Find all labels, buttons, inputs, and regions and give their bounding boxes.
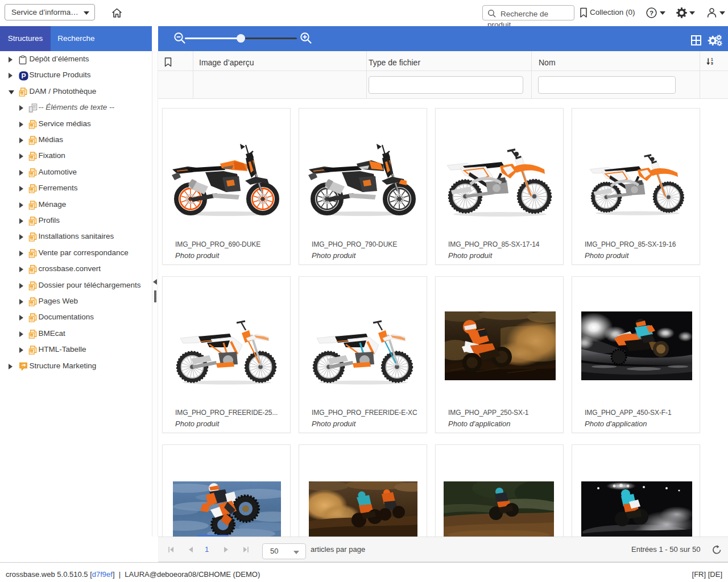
svg-text:?: ? xyxy=(650,10,653,16)
svg-text:P: P xyxy=(21,72,26,80)
svg-text:9: 9 xyxy=(711,61,713,65)
